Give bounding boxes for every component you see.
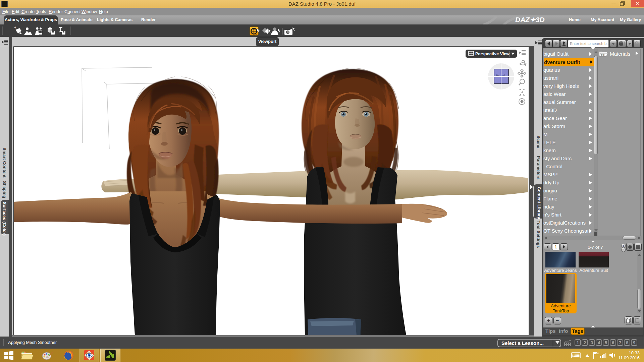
- svg-text:S: S: [602, 54, 604, 56]
- svg-text:+: +: [14, 25, 16, 29]
